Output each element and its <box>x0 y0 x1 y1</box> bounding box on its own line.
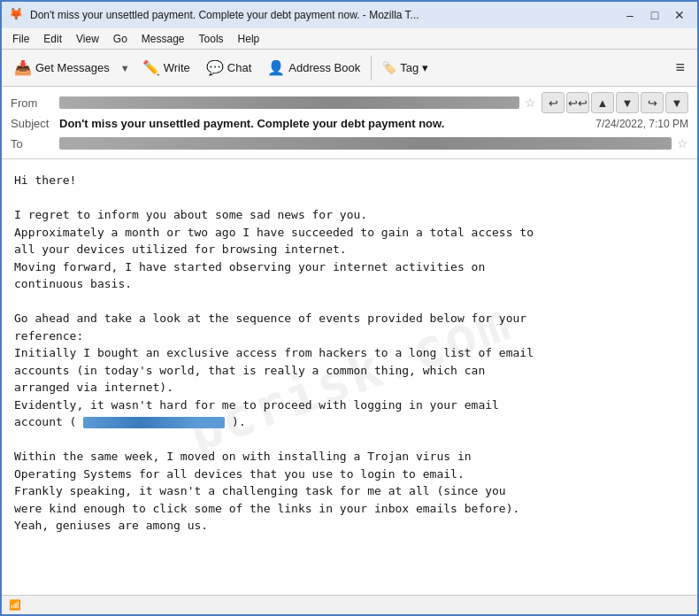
header-top-row: From ☆ ↩ ↩↩ ▲ ▼ ↪ ▼ <box>11 92 688 113</box>
tag-button[interactable]: 🏷️ Tag ▾ <box>375 58 435 78</box>
email-body[interactable]: pcrisk.com Hi there! I regret to inform … <box>2 159 697 595</box>
menu-go[interactable]: Go <box>106 31 134 47</box>
tag-icon: 🏷️ <box>382 61 396 74</box>
menu-tools[interactable]: Tools <box>192 31 231 47</box>
menu-edit[interactable]: Edit <box>36 31 69 47</box>
subject-row: Subject Don't miss your unsettled paymen… <box>11 113 688 134</box>
email-line-17: were kind enough to click some of the li… <box>14 500 685 518</box>
from-label: From <box>11 96 59 110</box>
email-line-7: Go ahead and take a look at the sequence… <box>14 310 685 327</box>
email-line-1: Hi there! <box>14 172 685 189</box>
menu-file[interactable]: File <box>5 31 36 47</box>
email-line-15: Operating Systems for all devices that y… <box>14 466 685 483</box>
nav-down-button[interactable]: ▼ <box>616 92 639 113</box>
menu-view[interactable]: View <box>69 31 106 47</box>
chat-icon: 💬 <box>206 59 224 76</box>
main-window: File Edit View Go Message Tools Help 📥 G… <box>0 28 699 616</box>
email-line-5: Moving forward, I have started observing… <box>14 258 685 276</box>
subject-label: Subject <box>11 117 59 130</box>
subject-text: Don't miss your unsettled payment. Compl… <box>59 117 587 130</box>
toolbar-separator <box>371 56 372 81</box>
header-fields: From ☆ <box>11 93 536 112</box>
email-line-8: reference: <box>14 327 685 345</box>
get-messages-icon: 📥 <box>14 59 32 76</box>
maximize-button[interactable]: □ <box>644 6 665 24</box>
write-label: Write <box>164 61 190 74</box>
from-star-icon[interactable]: ☆ <box>525 96 536 110</box>
email-line-3: Approximately a month or two ago I have … <box>14 224 685 242</box>
window-controls: – □ ✕ <box>619 6 690 24</box>
toolbar: 📥 Get Messages ▼ ✏️ Write 💬 Chat 👤 Addre… <box>2 50 697 87</box>
app-icon: 🦊 <box>9 7 25 23</box>
to-label: To <box>11 137 59 150</box>
write-button[interactable]: ✏️ Write <box>135 53 197 83</box>
email-line-14: Within the same week, I moved on with in… <box>14 448 685 466</box>
get-messages-group: 📥 Get Messages ▼ <box>7 53 134 83</box>
blurred-email-link <box>83 417 225 428</box>
reply-button[interactable]: ↩ <box>542 92 565 113</box>
email-line-13: account ( ). <box>14 413 685 431</box>
tag-dropdown-arrow: ▾ <box>422 61 428 74</box>
chat-button[interactable]: 💬 Chat <box>199 53 258 83</box>
to-field: To ☆ <box>11 134 688 153</box>
email-line-16: Frankly speaking, it wasn't a challengin… <box>14 482 685 500</box>
to-value <box>59 137 672 150</box>
more-actions-button[interactable]: ▼ <box>665 92 688 113</box>
tag-label: Tag <box>400 61 419 74</box>
get-messages-label: Get Messages <box>35 61 110 74</box>
address-book-button[interactable]: 👤 Address Book <box>260 53 367 83</box>
header-actions: ↩ ↩↩ ▲ ▼ ↪ ▼ <box>542 92 688 113</box>
close-button[interactable]: ✕ <box>669 6 690 24</box>
address-book-label: Address Book <box>288 61 360 74</box>
menu-bar: File Edit View Go Message Tools Help <box>2 28 697 50</box>
email-line-9: Initially I bought an exclusive access f… <box>14 344 685 362</box>
email-line-18: Yeah, geniuses are among us. <box>14 517 685 535</box>
get-messages-button[interactable]: 📥 Get Messages <box>7 53 117 83</box>
email-line-blank-2 <box>14 293 685 311</box>
email-header: From ☆ ↩ ↩↩ ▲ ▼ ↪ ▼ Subject Don't miss y… <box>2 87 697 159</box>
email-content: Hi there! I regret to inform you about s… <box>14 172 685 535</box>
nav-up-button[interactable]: ▲ <box>591 92 614 113</box>
email-date: 7/24/2022, 7:10 PM <box>595 118 688 130</box>
forward-button[interactable]: ↪ <box>641 92 664 113</box>
email-line-2: I regret to inform you about some sad ne… <box>14 206 685 224</box>
email-line-10: accounts (in today's world, that is real… <box>14 362 685 380</box>
email-line-blank-1 <box>14 189 685 207</box>
email-body-container: pcrisk.com Hi there! I regret to inform … <box>2 159 697 595</box>
status-bar: 📶 <box>2 595 697 614</box>
chat-label: Chat <box>227 61 251 74</box>
email-line-6: continuous basis. <box>14 275 685 293</box>
get-messages-dropdown-arrow[interactable]: ▼ <box>117 53 134 83</box>
status-icon: 📶 <box>9 599 21 611</box>
minimize-button[interactable]: – <box>619 6 641 24</box>
email-line-11: arranged via internet). <box>14 379 685 397</box>
email-line-12: Evidently, it wasn't hard for me to proc… <box>14 397 685 414</box>
menu-help[interactable]: Help <box>231 31 267 47</box>
write-icon: ✏️ <box>142 59 160 76</box>
title-bar: 🦊 Don't miss your unsettled payment. Com… <box>0 0 699 28</box>
menu-message[interactable]: Message <box>134 31 192 47</box>
from-field: From ☆ <box>11 93 536 112</box>
from-value <box>59 96 519 109</box>
address-book-icon: 👤 <box>267 59 285 76</box>
title-bar-text: Don't miss your unsettled payment. Compl… <box>30 9 619 21</box>
email-line-4: all your devices utilized for browsing i… <box>14 241 685 258</box>
email-line-blank-3 <box>14 431 685 449</box>
hamburger-menu-button[interactable]: ≡ <box>668 55 692 81</box>
reply-all-button[interactable]: ↩↩ <box>566 92 589 113</box>
to-star-icon[interactable]: ☆ <box>677 136 688 150</box>
